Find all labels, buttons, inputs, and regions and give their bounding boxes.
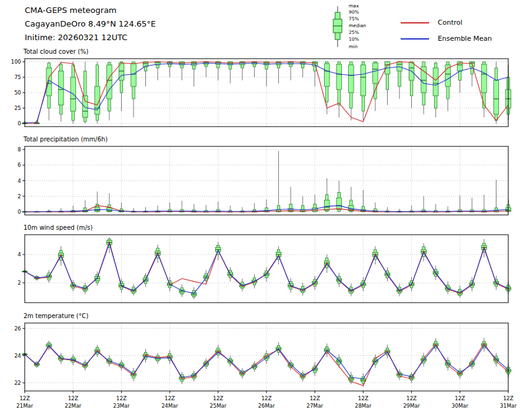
location-line: CagayanDeOro 8.49°N 124.65°E [25, 17, 156, 31]
x-tick-label-hour: 12Z [262, 395, 272, 401]
panel-title-cloud-cover: Total cloud cover (%) [23, 48, 88, 55]
box-25-75 [493, 80, 498, 114]
legend-label-max: max [349, 4, 359, 9]
panel-title-temperature: 2m temperature (°C) [23, 313, 88, 319]
box-25-75 [325, 200, 330, 210]
box-25-75 [349, 65, 354, 93]
box-25-75 [433, 68, 438, 96]
x-tick-label-hour: 12Z [68, 395, 79, 401]
y-tick-label: 0 [18, 209, 21, 215]
box-25-75 [360, 65, 365, 96]
x-tick-label-date: 31Mar [500, 403, 517, 409]
x-tick-label-date: 28Mar [355, 403, 372, 409]
x-tick-label-hour: 12Z [20, 395, 30, 401]
y-tick-label: 25 [14, 105, 21, 111]
x-tick-label-date: 23Mar [113, 403, 130, 409]
legend-entry-control: Control [401, 19, 462, 27]
panel-temperature-2m: 22242612Z21Mar12Z22Mar12Z23Mar12Z24Mar12… [14, 323, 517, 409]
x-tick-label-date: 24Mar [161, 403, 178, 409]
x-tick-label-date: 29Mar [403, 403, 420, 409]
y-tick-label: 6 [18, 162, 21, 168]
x-tick-label-hour: 12Z [406, 395, 417, 401]
y-tick-label: 2 [18, 193, 21, 200]
legend-label-90: 90% [349, 10, 359, 15]
control-line-swatch [401, 22, 429, 23]
box-25-75 [336, 64, 341, 90]
panel-total-cloud-cover: 0255075100 [11, 59, 511, 127]
legend-entry-ensemble-mean: Ensemble Mean [401, 35, 492, 43]
box-25-75 [46, 68, 51, 96]
y-tick-label: 75 [14, 74, 21, 80]
box-25-75 [373, 63, 378, 83]
box-25-75 [421, 67, 426, 93]
panel-total-precipitation: 02468 [18, 146, 511, 215]
x-tick-label-date: 21Mar [17, 403, 33, 409]
panel-wind-speed-10m: 24 [18, 235, 511, 303]
x-tick-label-hour: 12Z [358, 395, 369, 401]
y-tick-label: 26 [14, 326, 21, 332]
x-tick-label-hour: 12Z [116, 395, 127, 401]
ensemble-mean-line-swatch [401, 38, 429, 40]
y-tick-label: 22 [14, 380, 21, 386]
inittime-line: Initime: 20260321 12UTC [25, 31, 156, 44]
box-25-75 [336, 198, 341, 209]
panel-title-wind-speed: 10m wind speed (m/s) [23, 224, 93, 231]
x-tick-label-hour: 12Z [213, 395, 223, 401]
meteogram: 0255075100024682422242612Z21Mar12Z22Mar1… [0, 0, 520, 420]
legend-label-median: median [349, 23, 366, 28]
legend-control-label: Control [438, 19, 462, 27]
legend-label-min: min [349, 44, 357, 49]
box-25-75 [83, 96, 88, 117]
x-tick-label-hour: 12Z [454, 395, 465, 401]
x-tick-label-hour: 12Z [164, 395, 175, 401]
y-tick-label: 2 [18, 280, 21, 286]
box-25-75 [131, 64, 136, 86]
x-tick-label-date: 22Mar [65, 403, 82, 409]
meteogram-charts: 0255075100024682422242612Z21Mar12Z22Mar1… [0, 0, 520, 420]
y-tick-label: 0 [18, 120, 21, 127]
y-tick-label: 8 [18, 146, 21, 153]
legend-label-10: 10% [349, 37, 359, 42]
y-tick-label: 4 [18, 251, 21, 258]
x-tick-label-hour: 12Z [503, 395, 514, 401]
legend-label-75: 75% [349, 17, 359, 22]
header: CMA-GEPS meteogram CagayanDeOro 8.49°N 1… [25, 4, 156, 44]
box-25-75 [482, 64, 487, 93]
y-tick-label: 24 [14, 353, 21, 359]
y-tick-label: 100 [11, 59, 21, 65]
x-tick-label-date: 30Mar [451, 403, 468, 409]
x-tick-label-hour: 12Z [310, 395, 320, 401]
boxplot-legend-icon [331, 5, 345, 49]
x-tick-label-date: 26Mar [258, 403, 275, 409]
x-tick-label-date: 25Mar [210, 403, 226, 409]
page-title: CMA-GEPS meteogram [25, 4, 156, 17]
box-25-75 [325, 64, 330, 86]
legend-label-25: 25% [349, 30, 359, 35]
y-tick-label: 4 [18, 178, 21, 184]
legend-ensemble-mean-label: Ensemble Mean [438, 35, 492, 43]
y-tick-label: 50 [14, 90, 21, 96]
panel-title-precipitation: Total precipitation (mm/6h) [23, 136, 108, 143]
x-tick-label-date: 27Mar [307, 403, 323, 409]
